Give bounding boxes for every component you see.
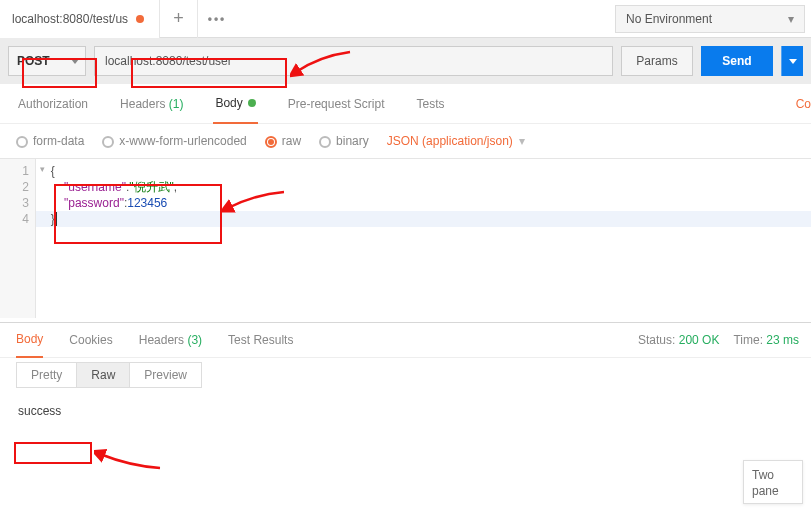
tab-headers-label: Headers bbox=[120, 97, 165, 111]
response-tabs: Body Cookies Headers (3) Test Results St… bbox=[0, 322, 811, 358]
body-editor[interactable]: 1 2 3 4 ▾ { "username":"倪升武", "password"… bbox=[0, 158, 811, 318]
url-input[interactable]: localhost:8080/test/user bbox=[94, 46, 613, 76]
tab-headers[interactable]: Headers (1) bbox=[118, 84, 185, 124]
caret-down-icon: ▾ bbox=[519, 134, 525, 148]
content-type-label: JSON (application/json) bbox=[387, 134, 513, 148]
status-value: 200 OK bbox=[679, 333, 720, 347]
popup-line2: pane bbox=[752, 483, 794, 499]
time-value: 23 ms bbox=[766, 333, 799, 347]
response-tab-body-label: Body bbox=[16, 332, 43, 346]
response-tab-cookies[interactable]: Cookies bbox=[69, 322, 112, 358]
two-pane-popup[interactable]: Two pane bbox=[743, 460, 803, 504]
radio-binary-label: binary bbox=[336, 134, 369, 148]
params-button[interactable]: Params bbox=[621, 46, 693, 76]
tab-authorization[interactable]: Authorization bbox=[16, 84, 90, 124]
line-number: 2 bbox=[0, 179, 29, 195]
tab-tests[interactable]: Tests bbox=[414, 84, 446, 124]
radio-xwww-label: x-www-form-urlencoded bbox=[119, 134, 246, 148]
line-number: 4 bbox=[0, 211, 29, 227]
viewmode-preview-label: Preview bbox=[144, 368, 187, 382]
line-number: 1 bbox=[0, 163, 29, 179]
popup-line1: Two bbox=[752, 467, 794, 483]
response-tab-headers[interactable]: Headers (3) bbox=[139, 322, 202, 358]
response-tab-cookies-label: Cookies bbox=[69, 333, 112, 347]
environment-label: No Environment bbox=[626, 12, 712, 26]
radio-form-data-label: form-data bbox=[33, 134, 84, 148]
radio-raw-label: raw bbox=[282, 134, 301, 148]
code-link-label: Co bbox=[796, 97, 811, 111]
response-body-text: success bbox=[18, 404, 61, 418]
status-label: Status: bbox=[638, 333, 675, 347]
tab-body[interactable]: Body bbox=[213, 84, 257, 124]
radio-binary[interactable]: binary bbox=[319, 134, 369, 148]
viewmode-pretty[interactable]: Pretty bbox=[17, 363, 77, 387]
tab-authorization-label: Authorization bbox=[18, 97, 88, 111]
environment-select[interactable]: No Environment ▾ bbox=[615, 5, 805, 33]
body-type-row: form-data x-www-form-urlencoded raw bina… bbox=[0, 124, 811, 158]
url-text: localhost:8080/test/user bbox=[105, 54, 232, 68]
unsaved-dot-icon bbox=[136, 15, 144, 23]
tab-headers-count: (1) bbox=[169, 97, 184, 111]
body-active-dot-icon bbox=[248, 99, 256, 107]
send-dropdown-button[interactable] bbox=[781, 46, 803, 76]
response-tab-tests-label: Test Results bbox=[228, 333, 293, 347]
editor-gutter: 1 2 3 4 bbox=[0, 159, 36, 318]
send-label: Send bbox=[722, 54, 751, 68]
radio-raw[interactable]: raw bbox=[265, 134, 301, 148]
send-button[interactable]: Send bbox=[701, 46, 773, 76]
tab-body-label: Body bbox=[215, 96, 242, 110]
response-tab-headers-label: Headers bbox=[139, 333, 184, 347]
viewmode-preview[interactable]: Preview bbox=[130, 363, 201, 387]
time-label: Time: bbox=[733, 333, 763, 347]
request-tab[interactable]: localhost:8080/test/us bbox=[0, 0, 160, 38]
line-number: 3 bbox=[0, 195, 29, 211]
viewmode-raw[interactable]: Raw bbox=[77, 363, 130, 387]
response-viewmode-row: Pretty Raw Preview bbox=[0, 358, 811, 392]
new-tab-button[interactable]: + bbox=[160, 0, 198, 38]
tab-prerequest[interactable]: Pre-request Script bbox=[286, 84, 387, 124]
request-line: POST localhost:8080/test/user Params Sen… bbox=[0, 38, 811, 84]
caret-down-icon: ▾ bbox=[788, 12, 794, 26]
code-link[interactable]: Co bbox=[796, 97, 811, 111]
tab-prerequest-label: Pre-request Script bbox=[288, 97, 385, 111]
response-tab-headers-count: (3) bbox=[187, 333, 202, 347]
response-tab-body[interactable]: Body bbox=[16, 322, 43, 358]
request-tabs: Authorization Headers (1) Body Pre-reque… bbox=[0, 84, 811, 124]
response-tab-tests[interactable]: Test Results bbox=[228, 322, 293, 358]
tab-tests-label: Tests bbox=[416, 97, 444, 111]
code-content: { "username":"倪升武", "password":123456 } bbox=[36, 159, 811, 231]
tab-label: localhost:8080/test/us bbox=[12, 12, 128, 26]
content-type-select[interactable]: JSON (application/json) ▾ bbox=[387, 134, 525, 148]
tab-overflow-button[interactable]: ••• bbox=[198, 0, 236, 38]
http-method-label: POST bbox=[17, 54, 50, 68]
viewmode-segment: Pretty Raw Preview bbox=[16, 362, 202, 388]
response-meta: Status: 200 OK Time: 23 ms bbox=[638, 333, 799, 347]
radio-form-data[interactable]: form-data bbox=[16, 134, 84, 148]
params-label: Params bbox=[636, 54, 677, 68]
tab-bar: localhost:8080/test/us + ••• No Environm… bbox=[0, 0, 811, 38]
response-body: success bbox=[0, 392, 811, 482]
radio-xwww[interactable]: x-www-form-urlencoded bbox=[102, 134, 246, 148]
viewmode-raw-label: Raw bbox=[91, 368, 115, 382]
http-method-select[interactable]: POST bbox=[8, 46, 86, 76]
viewmode-pretty-label: Pretty bbox=[31, 368, 62, 382]
